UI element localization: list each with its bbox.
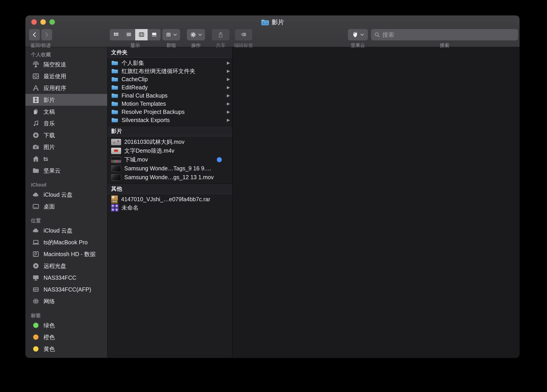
cloud-icon [31,227,40,234]
edit-tags-label: 编辑标签 [234,42,253,48]
sidebar-item-label: 最近使用 [44,73,66,80]
sidebar-item-tag-green[interactable]: 绿色 [25,319,107,331]
sidebar-item-nutstore-folder[interactable]: 坚果云 [25,165,107,177]
edit-tags-group: 编辑标签 [234,29,253,48]
sidebar-item-label: 坚果云 [44,167,61,174]
sidebar-item-pictures[interactable]: 图片 [25,141,107,153]
share-button[interactable] [212,29,230,40]
column-browser-first-column: 文件夹 个人影集 ▶ 红旗红布丝绸无缝循环文件夹 ▶ CacheClip ▶ [108,47,232,358]
column-item-archive[interactable]: RAR 4147010_VJshi_…e079fa4bb7c.rar [108,195,232,204]
sidebar-item-label: 文稿 [44,108,55,116]
edit-tags-button[interactable] [235,29,252,40]
back-button[interactable] [29,29,40,40]
sidebar-item-music[interactable]: 音乐 [25,117,107,129]
nutstore-button[interactable] [348,29,368,40]
sidebar-item-remote-disc[interactable]: 远程光盘 [25,260,107,272]
blue-folder-icon [111,117,118,123]
sidebar-item-tag-orange[interactable]: 橙色 [25,331,107,343]
sidebar-item-airdrop[interactable]: 隔空投送 [25,59,107,70]
file-name: EditReady [122,84,148,91]
chevron-down-icon [173,33,177,36]
sidebar-item-downloads[interactable]: 下载 [25,129,107,141]
column-item-folder[interactable]: EditReady ▶ [108,83,232,91]
gallery-view-button[interactable] [148,29,161,40]
movie-thumbnail [111,157,121,163]
movies-icon [31,96,40,104]
pictures-icon [31,143,40,151]
minimize-button[interactable] [40,19,46,25]
file-name: 下城.mov [124,156,148,163]
tag-yellow-icon [31,346,40,352]
close-button[interactable] [31,19,37,25]
disclosure-triangle-icon: ▶ [227,77,230,81]
column-item-movie[interactable]: 下城.mov [108,155,232,164]
sidebar-item-label: 绿色 [44,322,55,329]
sidebar-item-nas334fcc[interactable]: NAS334FCC [25,272,107,283]
column-item-untitled[interactable]: ★★★★ 未命名 [108,204,232,212]
search-input[interactable]: 搜索 [371,29,518,40]
sidebar-item-documents[interactable]: 文稿 [25,106,107,117]
sidebar: 个人收藏 隔空投送 最近使用 应用程序 [25,47,108,358]
group-button[interactable] [162,29,180,40]
column-item-movie[interactable]: 文字Demo筛选.m4v [108,146,232,155]
documents-icon [31,108,40,116]
laptop-icon [31,238,40,246]
column-section-header-other: 其他 [108,184,232,194]
share-label: 共享 [216,42,226,48]
column-item-folder[interactable]: CacheClip ▶ [108,75,232,83]
sidebar-item-applications[interactable]: 应用程序 [25,82,107,94]
movies-folder-icon [261,19,269,25]
disclosure-triangle-icon: ▶ [227,118,230,122]
sidebar-item-label: 音乐 [44,120,55,127]
icon-view-button[interactable] [110,29,123,40]
group-by-group: 群组 [162,29,180,48]
blue-folder-icon [111,101,118,106]
back-forward-label: 返回/前进 [30,42,51,48]
sidebar-item-macbook[interactable]: ts的MacBook Pro [25,236,107,248]
sidebar-item-label: 黄色 [44,345,55,353]
music-icon [31,120,40,127]
sidebar-item-movies[interactable]: 影片 [25,94,107,106]
server-icon [31,286,40,293]
zoom-button[interactable] [49,19,55,25]
sidebar-item-label: 下载 [44,131,55,139]
sidebar-item-network[interactable]: 网络 [25,295,107,307]
view-switcher-group: 显示 [110,29,161,48]
sidebar-item-tag-yellow[interactable]: 黄色 [25,343,107,355]
file-name: 文字Demo筛选.m4v [124,147,174,154]
column-browser-empty-area[interactable] [232,47,520,358]
column-section-header-movies: 影片 [108,126,232,136]
column-view-button[interactable] [135,29,148,40]
forward-button[interactable] [41,29,52,40]
file-name: 未命名 [122,204,139,211]
sidebar-item-desktop[interactable]: 桌面 [25,200,107,212]
sidebar-item-label: iCloud 云盘 [44,227,73,234]
list-view-button[interactable] [123,29,135,40]
sidebar-item-icloud-drive-location[interactable]: iCloud 云盘 [25,225,107,236]
file-name: Final Cut Backups [122,92,168,99]
file-name: 红旗红布丝绸无缝循环文件夹 [122,67,195,75]
disclosure-triangle-icon: ▶ [227,93,230,97]
chevron-right-icon [44,32,49,38]
column-item-folder[interactable]: Resolve Project Backups ▶ [108,108,232,116]
sidebar-item-macintosh-hd[interactable]: Macintosh HD - 数据 [25,248,107,260]
disclosure-triangle-icon: ▶ [227,110,230,114]
sidebar-item-label: ts的MacBook Pro [44,239,88,246]
sidebar-item-icloud-drive[interactable]: iCloud 云盘 [25,189,107,200]
sidebar-item-nas334fcc-afp[interactable]: NAS334FCC(AFP) [25,283,107,295]
sidebar-item-recents[interactable]: 最近使用 [25,70,107,82]
column-item-folder[interactable]: 红旗红布丝绸无缝循环文件夹 ▶ [108,67,232,75]
column-item-folder[interactable]: Motion Templates ▶ [108,100,232,108]
blue-folder-icon [111,85,118,90]
sidebar-item-label: 影片 [44,96,55,104]
column-item-movie[interactable]: Samsung Wonde…Tags_9 16 9.mov [108,164,232,173]
column-item-folder[interactable]: Silverstack Exports ▶ [108,116,232,124]
back-forward-group: 返回/前进 [29,29,52,48]
column-item-folder[interactable]: Final Cut Backups ▶ [108,91,232,100]
column-item-movie[interactable]: 20161030武林大妈.mov [108,138,232,146]
action-button[interactable] [187,29,205,40]
column-item-movie[interactable]: Samsung Wonde…gs_12 13 1.mov [108,173,232,182]
sidebar-item-home[interactable]: ts [25,153,107,165]
column-item-folder[interactable]: 个人影集 ▶ [108,59,232,67]
search-label: 搜索 [440,42,449,48]
